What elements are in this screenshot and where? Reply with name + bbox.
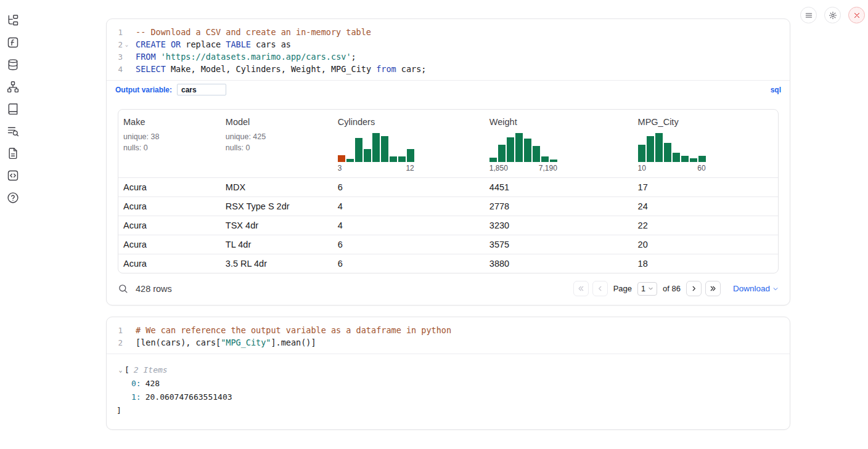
table-cell: Acura	[118, 254, 221, 273]
line-number: 1	[107, 326, 123, 335]
code-line[interactable]: 1# We can reference the output variable …	[107, 324, 790, 336]
histogram-bar	[550, 160, 557, 162]
settings-button[interactable]	[824, 7, 841, 23]
python-cell: 1# We can reference the output variable …	[106, 317, 790, 430]
pagination: Page 1 of 86 Download	[573, 281, 779, 296]
code-square-icon[interactable]	[5, 168, 21, 184]
table-cell: 18	[633, 254, 778, 273]
code-line[interactable]: 2⌄CREATE OR replace TABLE cars as	[107, 38, 790, 51]
chevron-down-icon[interactable]: ⌄	[117, 366, 125, 373]
code-token: -- Download a CSV and create an in-memor…	[136, 27, 371, 37]
table-row: AcuraMDX6445117	[118, 178, 778, 197]
table-cell: RSX Type S 2dr	[221, 197, 333, 216]
column-histogram: 1,8507,190	[489, 133, 557, 172]
table-cell: MDX	[221, 178, 333, 197]
database-icon[interactable]	[5, 57, 21, 73]
book-icon[interactable]	[5, 101, 21, 117]
code-token: [len(cars), cars[	[136, 338, 221, 347]
code-token: replace	[181, 39, 226, 49]
histogram-bar	[407, 149, 414, 162]
graph-icon[interactable]	[5, 79, 21, 95]
function-icon[interactable]	[5, 34, 21, 51]
code-token: FROM	[136, 52, 156, 62]
menu-button[interactable]	[800, 7, 817, 23]
code-token: "MPG_City"	[221, 338, 271, 347]
code-line[interactable]: 2[len(cars), cars["MPG_City"].mean()]	[107, 336, 790, 349]
output-variable-input[interactable]	[177, 84, 226, 95]
table-cell: 4	[333, 197, 485, 216]
page-label: Page	[613, 284, 632, 293]
download-button[interactable]: Download	[733, 284, 779, 293]
code-token: ].mean()]	[271, 338, 316, 347]
list-search-icon[interactable]	[5, 123, 21, 139]
stat-line: nulls: 0	[123, 143, 216, 154]
stat-line: unique: 38	[123, 132, 216, 143]
histogram-bar	[690, 158, 697, 162]
row-count: 428 rows	[136, 284, 172, 294]
help-icon[interactable]	[5, 190, 21, 206]
line-number: 4	[107, 65, 123, 74]
last-page-button[interactable]	[705, 281, 721, 296]
column-header[interactable]: Cylinders312	[333, 110, 485, 178]
fold-chevron-icon[interactable]: ⌄	[123, 41, 131, 47]
sql-code-editor[interactable]: 1-- Download a CSV and create an in-memo…	[107, 19, 790, 80]
column-histogram: 1060	[638, 133, 706, 172]
file-tree-icon[interactable]	[5, 12, 21, 28]
table-cell: 17	[633, 178, 778, 197]
histogram-bar	[524, 139, 531, 162]
cell-meta-row: Output variable: sql	[107, 80, 790, 100]
prev-page-button[interactable]	[592, 281, 608, 296]
histogram-bar	[673, 153, 680, 163]
code-token: cars as	[251, 39, 291, 49]
histogram-bar	[338, 155, 345, 162]
code-text: # We can reference the output variable a…	[131, 325, 451, 335]
code-token: 'https://datasets.marimo.app/cars.csv'	[161, 52, 351, 62]
column-header[interactable]: MPG_City1060	[633, 110, 778, 178]
histogram-bar	[398, 156, 406, 162]
table-cell: 24	[633, 197, 778, 216]
histogram-bar	[638, 145, 645, 162]
line-number: 2	[107, 40, 123, 49]
page-select[interactable]: 1	[637, 282, 657, 296]
code-text: -- Download a CSV and create an in-memor…	[131, 27, 371, 37]
tree-entry-key: 0:	[131, 379, 141, 388]
table-row: Acura3.5 RL 4dr6388018	[118, 254, 778, 273]
histogram-bar	[390, 156, 397, 162]
code-token	[156, 52, 161, 62]
first-page-button[interactable]	[573, 281, 589, 296]
code-token: CREATE OR	[136, 39, 181, 49]
tree-entry: 0:428	[117, 376, 780, 390]
chevrons-left-icon	[577, 285, 585, 293]
table-row: AcuraTSX 4dr4323022	[118, 216, 778, 235]
column-label: Weight	[489, 117, 628, 127]
document-icon[interactable]	[5, 145, 21, 161]
histogram-bar	[489, 158, 497, 162]
code-text: SELECT Make, Model, Cylinders, Weight, M…	[131, 64, 426, 74]
search-icon[interactable]	[118, 283, 128, 294]
close-icon	[853, 11, 861, 20]
notebook: 1-- Download a CSV and create an in-memo…	[106, 18, 790, 430]
code-text: [len(cars), cars["MPG_City"].mean()]	[131, 338, 316, 347]
tree-root-line: ⌄ [ 2 Items	[117, 363, 780, 376]
column-header[interactable]: Weight1,8507,190	[485, 110, 633, 178]
table-cell: 4451	[485, 178, 633, 197]
download-label: Download	[733, 284, 770, 293]
code-line[interactable]: 4SELECT Make, Model, Cylinders, Weight, …	[107, 63, 790, 75]
code-token: TABLE	[226, 39, 251, 49]
column-header[interactable]: Makeunique: 38nulls: 0	[118, 110, 221, 178]
histogram-max: 60	[697, 164, 705, 172]
column-stats: unique: 38nulls: 0	[123, 132, 216, 153]
page-select-value: 1	[641, 285, 645, 293]
table-cell: Acura	[118, 197, 221, 216]
shutdown-button[interactable]	[848, 7, 865, 23]
code-token: SELECT	[136, 64, 166, 74]
code-line[interactable]: 3FROM 'https://datasets.marimo.app/cars.…	[107, 51, 790, 63]
python-code-editor[interactable]: 1# We can reference the output variable …	[107, 317, 790, 354]
tree-entry-key: 1:	[131, 392, 141, 402]
next-page-button[interactable]	[686, 281, 702, 296]
histogram-bar	[372, 133, 380, 162]
table-cell: 2778	[485, 197, 633, 216]
code-line[interactable]: 1-- Download a CSV and create an in-memo…	[107, 26, 790, 38]
column-header[interactable]: Modelunique: 425nulls: 0	[221, 110, 333, 178]
chevron-left-icon	[596, 285, 604, 293]
